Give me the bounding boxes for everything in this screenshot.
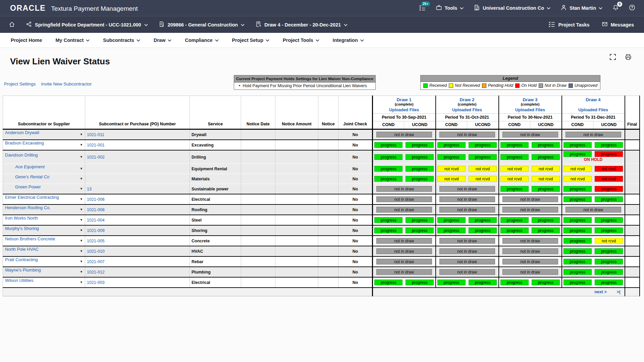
subcontractor-link[interactable]: Pratt Contracting [5, 257, 38, 262]
po-number-link[interactable]: 1021-008 [87, 207, 105, 212]
cond-status[interactable]: progress [374, 217, 402, 223]
notifications-button[interactable]: 0 [612, 4, 619, 12]
cond-status[interactable]: not rcvd [437, 166, 466, 172]
row-menu-toggle[interactable]: ▼ [80, 184, 83, 193]
cond-status[interactable]: progress [437, 217, 466, 223]
row-menu-toggle[interactable]: ▼ [80, 216, 83, 225]
project-selector[interactable]: Springfield Police Department - UCC-1021… [26, 21, 148, 28]
po-number-link[interactable]: 1021-009 [87, 228, 105, 233]
ucond-status[interactable]: not rcvd [469, 176, 497, 182]
ucond-status[interactable]: not rcvd [469, 166, 497, 172]
po-number-link[interactable]: 1021-010 [87, 249, 105, 254]
row-menu-toggle[interactable]: ▼ [80, 195, 83, 204]
draw-link[interactable]: Draw 4 [562, 97, 625, 102]
nav-item-my-contract[interactable]: My Contract [55, 38, 90, 43]
cond-status[interactable]: progress [374, 228, 402, 233]
last-page-link[interactable]: >| [617, 290, 621, 294]
cond-status[interactable]: progress [437, 142, 466, 148]
row-menu-toggle[interactable]: ▼ [80, 236, 83, 245]
subcontractor-link[interactable]: Nelson Brothers Concrete [5, 236, 55, 241]
uploaded-files-link[interactable]: Uploaded Files [436, 107, 498, 112]
cond-status[interactable]: progress [500, 154, 529, 160]
ucond-status[interactable]: not rcvd [595, 176, 623, 182]
cond-status[interactable]: not rcvd [564, 166, 592, 172]
ucond-status[interactable]: progress [406, 228, 434, 233]
draw-link[interactable]: Draw 3 [499, 97, 561, 102]
ucond-status[interactable]: not rcvd [595, 166, 623, 172]
project-tasks-link[interactable]: Project Tasks [548, 21, 589, 28]
uploaded-files-link[interactable]: Uploaded Files [562, 107, 625, 112]
po-number-link[interactable]: 1021-004 [87, 218, 105, 223]
ucond-status[interactable]: progress [406, 166, 434, 172]
row-menu-toggle[interactable]: ▼ [80, 278, 83, 287]
cond-status[interactable]: progress [500, 217, 529, 223]
cond-status[interactable]: progress [374, 142, 402, 148]
po-number-link[interactable]: 1021-003 [87, 280, 105, 285]
ucond-status[interactable]: progress [406, 280, 434, 285]
subcontractor-link[interactable]: Iron Works North [5, 216, 38, 221]
ucond-status[interactable]: progress [469, 228, 497, 233]
subcontractor-link[interactable]: Bradson Excavating [5, 140, 44, 145]
ucond-status[interactable]: progress [532, 228, 560, 233]
cond-status[interactable]: progress [500, 280, 529, 285]
ucond-status[interactable]: progress [595, 248, 623, 254]
nav-item-project-home[interactable]: Project Home [11, 38, 42, 43]
row-menu-toggle[interactable]: ▼ [80, 267, 83, 277]
nav-item-project-tools[interactable]: Project Tools [283, 38, 319, 43]
row-menu-toggle[interactable]: ▼ [80, 205, 83, 214]
subcontractor-link[interactable]: Murphy's Shoring [5, 226, 39, 231]
cond-status[interactable]: progress [564, 196, 592, 202]
ucond-status[interactable]: progress [595, 196, 623, 202]
cond-status[interactable]: progress [500, 142, 529, 148]
ucond-status[interactable]: progress [469, 217, 497, 223]
ucond-status[interactable]: progress [469, 154, 497, 160]
nav-item-project-setup[interactable]: Project Setup [232, 38, 269, 43]
cond-status[interactable]: progress [500, 186, 529, 192]
subcontractor-link[interactable]: Davidson Drilling [5, 153, 38, 158]
company-menu[interactable]: Universal Construction Co [474, 4, 550, 12]
ucond-status[interactable]: not rcvd [532, 176, 560, 182]
po-number-link[interactable]: 1021-005 [87, 239, 105, 243]
subcontractor-link[interactable]: Henderson Roofing Co. [5, 205, 51, 210]
ucond-status[interactable]: progress [595, 217, 623, 223]
contract-selector[interactable]: 209866 - General Construction [159, 21, 245, 28]
cond-status[interactable]: not rcvd [500, 166, 529, 172]
home-button[interactable] [9, 21, 15, 28]
ucond-status[interactable]: progress [595, 269, 623, 275]
help-button[interactable]: ? [629, 4, 635, 12]
ucond-status[interactable]: progress [469, 280, 497, 285]
po-number-link[interactable]: 1021-007 [87, 259, 105, 264]
subcontractor-link[interactable]: Elmer Electrical Contracting [5, 195, 59, 200]
ucond-status[interactable]: progress [595, 259, 623, 264]
user-menu[interactable]: Stan Martin [560, 4, 602, 12]
nav-item-compliance[interactable]: Compliance [185, 38, 218, 43]
cond-status[interactable]: progress [564, 248, 592, 254]
print-icon[interactable] [625, 53, 632, 62]
uploaded-files-link[interactable]: Uploaded Files [499, 107, 561, 112]
subcontractor-link[interactable]: North Pole HVAC [5, 247, 39, 252]
row-menu-toggle[interactable]: ▼ [80, 226, 83, 235]
subcontractor-link[interactable]: Wayne's Plumbing [5, 267, 41, 273]
ucond-status[interactable]: progress [532, 217, 560, 223]
nav-item-subcontracts[interactable]: Subcontracts [103, 38, 140, 43]
ucond-status[interactable]: progress [532, 186, 560, 192]
ucond-status[interactable]: not rcvd [532, 166, 560, 172]
row-menu-toggle[interactable]: ▼ [80, 247, 83, 256]
ucond-status[interactable]: progress [595, 151, 623, 157]
nav-item-integration[interactable]: Integration [333, 38, 364, 43]
cond-status[interactable]: progress [437, 228, 466, 233]
draw-link[interactable]: Draw 2 [436, 97, 498, 102]
cond-status[interactable]: progress [564, 269, 592, 275]
draw-selector[interactable]: Draw 4 - December - 20-Dec-2021 [255, 21, 347, 28]
cond-status[interactable]: progress [374, 154, 402, 160]
cond-status[interactable]: not rcvd [437, 176, 466, 182]
ucond-status[interactable]: progress [406, 217, 434, 223]
tools-menu[interactable]: Tools [436, 4, 464, 12]
ucond-status[interactable]: progress [532, 280, 560, 285]
ucond-status[interactable]: progress [595, 142, 623, 148]
ucond-status[interactable]: progress [406, 154, 434, 160]
ucond-status[interactable]: progress [595, 228, 623, 233]
po-number-link[interactable]: 1021-001 [87, 143, 105, 147]
ucond-status[interactable]: progress [532, 142, 560, 148]
cond-status[interactable]: progress [564, 259, 592, 264]
